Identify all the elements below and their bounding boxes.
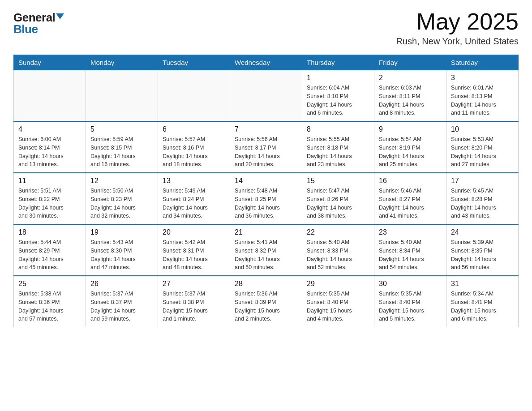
day-number: 17 bbox=[451, 177, 514, 185]
day-number: 16 bbox=[379, 177, 442, 185]
day-info: Sunrise: 5:39 AM Sunset: 8:35 PM Dayligh… bbox=[451, 238, 514, 272]
calendar-cell: 5Sunrise: 5:59 AM Sunset: 8:15 PM Daylig… bbox=[86, 121, 158, 173]
day-info: Sunrise: 5:36 AM Sunset: 8:39 PM Dayligh… bbox=[235, 290, 297, 323]
day-info: Sunrise: 5:45 AM Sunset: 8:28 PM Dayligh… bbox=[451, 187, 514, 220]
day-info: Sunrise: 5:53 AM Sunset: 8:20 PM Dayligh… bbox=[451, 135, 514, 169]
day-info: Sunrise: 5:37 AM Sunset: 8:37 PM Dayligh… bbox=[90, 290, 153, 323]
day-number: 11 bbox=[18, 177, 81, 185]
day-info: Sunrise: 5:50 AM Sunset: 8:23 PM Dayligh… bbox=[90, 187, 153, 220]
day-number: 27 bbox=[163, 280, 225, 288]
day-number: 5 bbox=[90, 125, 153, 133]
day-number: 2 bbox=[379, 74, 442, 82]
day-number: 31 bbox=[451, 280, 514, 288]
calendar-cell: 15Sunrise: 5:47 AM Sunset: 8:26 PM Dayli… bbox=[302, 173, 374, 224]
calendar-cell: 1Sunrise: 6:04 AM Sunset: 8:10 PM Daylig… bbox=[302, 70, 374, 122]
day-number: 6 bbox=[163, 125, 225, 133]
day-number: 12 bbox=[90, 177, 153, 185]
calendar-cell: 7Sunrise: 5:56 AM Sunset: 8:17 PM Daylig… bbox=[230, 121, 302, 173]
calendar-cell: 27Sunrise: 5:37 AM Sunset: 8:38 PM Dayli… bbox=[158, 276, 230, 327]
column-header-monday: Monday bbox=[86, 55, 158, 70]
column-header-tuesday: Tuesday bbox=[158, 55, 230, 70]
calendar-cell: 6Sunrise: 5:57 AM Sunset: 8:16 PM Daylig… bbox=[158, 121, 230, 173]
day-number: 10 bbox=[451, 125, 514, 133]
calendar-cell bbox=[14, 70, 86, 122]
calendar-cell: 4Sunrise: 6:00 AM Sunset: 8:14 PM Daylig… bbox=[14, 121, 86, 173]
day-info: Sunrise: 6:00 AM Sunset: 8:14 PM Dayligh… bbox=[18, 135, 81, 169]
calendar-cell: 13Sunrise: 5:49 AM Sunset: 8:24 PM Dayli… bbox=[158, 173, 230, 224]
month-title: May 2025 bbox=[396, 9, 519, 34]
day-info: Sunrise: 6:04 AM Sunset: 8:10 PM Dayligh… bbox=[307, 84, 369, 117]
logo-triangle-icon bbox=[56, 13, 64, 19]
calendar-cell: 10Sunrise: 5:53 AM Sunset: 8:20 PM Dayli… bbox=[446, 121, 519, 173]
calendar-cell: 18Sunrise: 5:44 AM Sunset: 8:29 PM Dayli… bbox=[14, 224, 86, 276]
week-row-2: 4Sunrise: 6:00 AM Sunset: 8:14 PM Daylig… bbox=[14, 121, 519, 173]
day-info: Sunrise: 5:46 AM Sunset: 8:27 PM Dayligh… bbox=[379, 187, 442, 220]
day-info: Sunrise: 5:49 AM Sunset: 8:24 PM Dayligh… bbox=[163, 187, 225, 220]
column-header-wednesday: Wednesday bbox=[230, 55, 302, 70]
calendar-cell: 16Sunrise: 5:46 AM Sunset: 8:27 PM Dayli… bbox=[374, 173, 446, 224]
calendar-header-row: SundayMondayTuesdayWednesdayThursdayFrid… bbox=[14, 55, 519, 70]
calendar-cell: 25Sunrise: 5:38 AM Sunset: 8:36 PM Dayli… bbox=[14, 276, 86, 327]
calendar-cell: 14Sunrise: 5:48 AM Sunset: 8:25 PM Dayli… bbox=[230, 173, 302, 224]
day-info: Sunrise: 5:56 AM Sunset: 8:17 PM Dayligh… bbox=[235, 135, 297, 169]
day-info: Sunrise: 5:34 AM Sunset: 8:41 PM Dayligh… bbox=[451, 290, 514, 323]
location: Rush, New York, United States bbox=[396, 36, 519, 47]
day-info: Sunrise: 5:40 AM Sunset: 8:33 PM Dayligh… bbox=[307, 238, 369, 272]
day-info: Sunrise: 5:35 AM Sunset: 8:40 PM Dayligh… bbox=[307, 290, 369, 323]
day-number: 30 bbox=[379, 280, 442, 288]
calendar-cell: 17Sunrise: 5:45 AM Sunset: 8:28 PM Dayli… bbox=[446, 173, 519, 224]
week-row-5: 25Sunrise: 5:38 AM Sunset: 8:36 PM Dayli… bbox=[14, 276, 519, 327]
day-number: 9 bbox=[379, 125, 442, 133]
day-info: Sunrise: 5:47 AM Sunset: 8:26 PM Dayligh… bbox=[307, 187, 369, 220]
logo: General Blue bbox=[13, 9, 64, 35]
calendar-cell bbox=[158, 70, 230, 122]
day-info: Sunrise: 6:01 AM Sunset: 8:13 PM Dayligh… bbox=[451, 84, 514, 117]
day-number: 7 bbox=[235, 125, 297, 133]
day-number: 28 bbox=[235, 280, 297, 288]
calendar-cell bbox=[86, 70, 158, 122]
day-info: Sunrise: 5:55 AM Sunset: 8:18 PM Dayligh… bbox=[307, 135, 369, 169]
day-number: 18 bbox=[18, 228, 81, 236]
calendar-cell: 12Sunrise: 5:50 AM Sunset: 8:23 PM Dayli… bbox=[86, 173, 158, 224]
logo-general-text: General bbox=[13, 12, 55, 23]
day-number: 23 bbox=[379, 228, 442, 236]
calendar-cell: 2Sunrise: 6:03 AM Sunset: 8:11 PM Daylig… bbox=[374, 70, 446, 122]
day-info: Sunrise: 5:43 AM Sunset: 8:30 PM Dayligh… bbox=[90, 238, 153, 272]
day-number: 24 bbox=[451, 228, 514, 236]
day-number: 4 bbox=[18, 125, 81, 133]
day-number: 21 bbox=[235, 228, 297, 236]
calendar-cell: 9Sunrise: 5:54 AM Sunset: 8:19 PM Daylig… bbox=[374, 121, 446, 173]
column-header-friday: Friday bbox=[374, 55, 446, 70]
day-info: Sunrise: 5:37 AM Sunset: 8:38 PM Dayligh… bbox=[163, 290, 225, 323]
title-block: May 2025 Rush, New York, United States bbox=[396, 9, 519, 47]
day-number: 14 bbox=[235, 177, 297, 185]
day-number: 29 bbox=[307, 280, 369, 288]
day-number: 3 bbox=[451, 74, 514, 82]
day-number: 22 bbox=[307, 228, 369, 236]
calendar-cell: 8Sunrise: 5:55 AM Sunset: 8:18 PM Daylig… bbox=[302, 121, 374, 173]
calendar-cell: 3Sunrise: 6:01 AM Sunset: 8:13 PM Daylig… bbox=[446, 70, 519, 122]
calendar-cell: 22Sunrise: 5:40 AM Sunset: 8:33 PM Dayli… bbox=[302, 224, 374, 276]
calendar-cell: 11Sunrise: 5:51 AM Sunset: 8:22 PM Dayli… bbox=[14, 173, 86, 224]
column-header-saturday: Saturday bbox=[446, 55, 519, 70]
calendar-cell: 23Sunrise: 5:40 AM Sunset: 8:34 PM Dayli… bbox=[374, 224, 446, 276]
day-info: Sunrise: 5:57 AM Sunset: 8:16 PM Dayligh… bbox=[163, 135, 225, 169]
calendar-cell bbox=[230, 70, 302, 122]
day-info: Sunrise: 5:41 AM Sunset: 8:32 PM Dayligh… bbox=[235, 238, 297, 272]
calendar-cell: 19Sunrise: 5:43 AM Sunset: 8:30 PM Dayli… bbox=[86, 224, 158, 276]
day-number: 1 bbox=[307, 74, 369, 82]
day-info: Sunrise: 5:51 AM Sunset: 8:22 PM Dayligh… bbox=[18, 187, 81, 220]
calendar-cell: 20Sunrise: 5:42 AM Sunset: 8:31 PM Dayli… bbox=[158, 224, 230, 276]
week-row-3: 11Sunrise: 5:51 AM Sunset: 8:22 PM Dayli… bbox=[14, 173, 519, 224]
calendar-cell: 26Sunrise: 5:37 AM Sunset: 8:37 PM Dayli… bbox=[86, 276, 158, 327]
week-row-1: 1Sunrise: 6:04 AM Sunset: 8:10 PM Daylig… bbox=[14, 70, 519, 122]
calendar-cell: 29Sunrise: 5:35 AM Sunset: 8:40 PM Dayli… bbox=[302, 276, 374, 327]
day-info: Sunrise: 5:35 AM Sunset: 8:40 PM Dayligh… bbox=[379, 290, 442, 323]
calendar-table: SundayMondayTuesdayWednesdayThursdayFrid… bbox=[13, 55, 519, 327]
day-number: 25 bbox=[18, 280, 81, 288]
page-header: General Blue May 2025 Rush, New York, Un… bbox=[13, 9, 519, 47]
day-info: Sunrise: 5:40 AM Sunset: 8:34 PM Dayligh… bbox=[379, 238, 442, 272]
day-info: Sunrise: 5:48 AM Sunset: 8:25 PM Dayligh… bbox=[235, 187, 297, 220]
day-info: Sunrise: 5:59 AM Sunset: 8:15 PM Dayligh… bbox=[90, 135, 153, 169]
day-number: 19 bbox=[90, 228, 153, 236]
